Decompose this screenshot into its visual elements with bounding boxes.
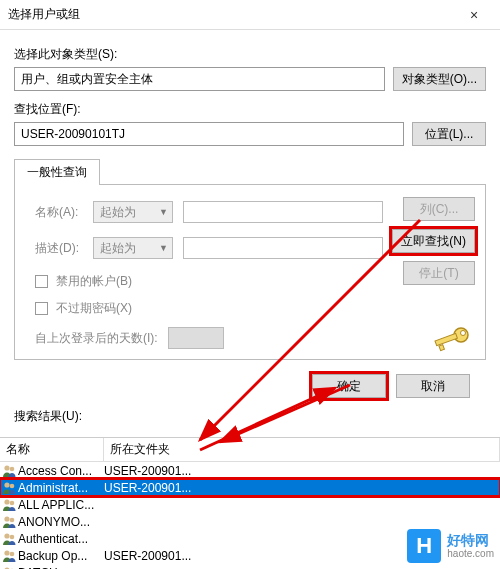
table-row[interactable]: ALL APPLIC... <box>0 496 500 513</box>
results-label: 搜索结果(U): <box>14 408 486 425</box>
cancel-button[interactable]: 取消 <box>396 374 470 398</box>
watermark: H 好特网 haote.com <box>407 529 494 563</box>
principal-icon <box>2 498 17 512</box>
row-name: ANONYMO... <box>18 515 104 529</box>
chevron-down-icon: ▼ <box>159 243 168 253</box>
row-folder: USER-200901... <box>104 464 500 478</box>
stop-button[interactable]: 停止(T) <box>403 261 475 285</box>
table-row[interactable]: Access Con...USER-200901... <box>0 462 500 479</box>
nonexpiring-password-checkbox[interactable] <box>35 302 48 315</box>
col-name-header[interactable]: 名称 <box>0 438 104 461</box>
desc-match-select[interactable]: 起始为 ▼ <box>93 237 173 259</box>
columns-button[interactable]: 列(C)... <box>403 197 475 221</box>
table-row[interactable]: BATCH <box>0 564 500 569</box>
principal-icon <box>2 532 17 546</box>
row-folder: USER-200901... <box>104 481 500 495</box>
location-field: USER-20090101TJ <box>14 122 404 146</box>
principal-icon <box>2 481 17 495</box>
svg-point-6 <box>4 482 9 487</box>
svg-rect-3 <box>439 345 444 351</box>
principal-icon <box>2 549 17 563</box>
name-input[interactable] <box>183 201 383 223</box>
svg-point-8 <box>4 499 9 504</box>
close-icon[interactable]: × <box>456 1 492 29</box>
table-row[interactable]: Administrat...USER-200901... <box>0 479 500 496</box>
row-name: Administrat... <box>18 481 104 495</box>
location-label: 查找位置(F): <box>14 101 486 118</box>
row-name: Backup Op... <box>18 549 104 563</box>
window-title: 选择用户或组 <box>8 6 456 23</box>
svg-point-12 <box>4 533 9 538</box>
row-name: BATCH <box>18 566 104 570</box>
disabled-accounts-label: 禁用的帐户(B) <box>56 273 132 290</box>
object-type-field: 用户、组或内置安全主体 <box>14 67 385 91</box>
disabled-accounts-checkbox[interactable] <box>35 275 48 288</box>
svg-point-13 <box>10 534 15 539</box>
days-since-logon-select[interactable] <box>168 327 224 349</box>
svg-point-9 <box>10 500 15 505</box>
svg-point-10 <box>4 516 9 521</box>
principal-icon <box>2 464 17 478</box>
row-name: Authenticat... <box>18 532 104 546</box>
svg-rect-2 <box>435 333 457 345</box>
svg-point-14 <box>4 550 9 555</box>
chevron-down-icon: ▼ <box>159 207 168 217</box>
name-match-select[interactable]: 起始为 ▼ <box>93 201 173 223</box>
svg-point-5 <box>10 466 15 471</box>
svg-point-1 <box>461 331 466 336</box>
tab-common-queries[interactable]: 一般性查询 <box>14 159 100 185</box>
key-icon <box>431 323 473 355</box>
tab-body: 名称(A): 起始为 ▼ 描述(D): 起始为 ▼ 禁用的帐户(B) <box>14 184 486 360</box>
location-value: USER-20090101TJ <box>21 127 125 141</box>
desc-match-value: 起始为 <box>100 240 136 257</box>
desc-label: 描述(D): <box>35 240 93 257</box>
watermark-logo: H <box>407 529 441 563</box>
svg-point-7 <box>10 483 15 488</box>
nonexpiring-password-label: 不过期密码(X) <box>56 300 132 317</box>
days-since-logon-label: 自上次登录后的天数(I): <box>35 330 158 347</box>
object-types-button[interactable]: 对象类型(O)... <box>393 67 486 91</box>
table-row[interactable]: ANONYMO... <box>0 513 500 530</box>
row-name: ALL APPLIC... <box>18 498 104 512</box>
principal-icon <box>2 566 17 570</box>
svg-point-11 <box>10 517 15 522</box>
svg-point-15 <box>10 551 15 556</box>
desc-input[interactable] <box>183 237 383 259</box>
watermark-text: 好特网 <box>447 533 494 548</box>
object-type-value: 用户、组或内置安全主体 <box>21 71 153 88</box>
results-header: 名称 所在文件夹 <box>0 438 500 462</box>
svg-point-4 <box>4 465 9 470</box>
row-name: Access Con... <box>18 464 104 478</box>
principal-icon <box>2 515 17 529</box>
ok-button[interactable]: 确定 <box>312 374 386 398</box>
col-folder-header[interactable]: 所在文件夹 <box>104 438 500 461</box>
name-match-value: 起始为 <box>100 204 136 221</box>
locations-button[interactable]: 位置(L)... <box>412 122 486 146</box>
watermark-url: haote.com <box>447 548 494 559</box>
find-now-button[interactable]: 立即查找(N) <box>392 229 475 253</box>
name-label: 名称(A): <box>35 204 93 221</box>
object-type-label: 选择此对象类型(S): <box>14 46 486 63</box>
